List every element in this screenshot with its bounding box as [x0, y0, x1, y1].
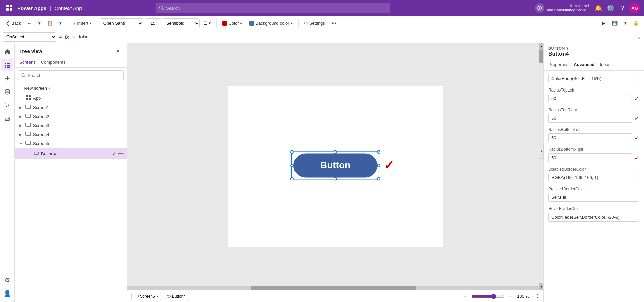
more-button[interactable]: •••	[329, 18, 339, 29]
svg-rect-17	[26, 98, 28, 100]
settings-icon[interactable]: ⚙️	[605, 3, 616, 13]
tree-panel-close-btn[interactable]: ✕	[113, 46, 122, 56]
new-screen-btn[interactable]: + New screen ▾	[15, 83, 127, 93]
tree-item-screen4[interactable]: ▶ Screen4	[15, 130, 127, 139]
tab-properties[interactable]: Properties	[548, 59, 568, 70]
svg-rect-23	[26, 141, 31, 144]
save-icon[interactable]: 💾	[609, 18, 620, 29]
settings-sidebar-icon[interactable]: ⚙	[1, 274, 13, 286]
property-select[interactable]: OnSelect	[3, 32, 56, 42]
prop-radius-bottom-right: RadiusBottomRight ✓	[548, 147, 639, 162]
tab-advanced[interactable]: Advanced	[574, 59, 594, 70]
zoom-in-btn[interactable]: +	[507, 292, 515, 300]
disabled-bc-input[interactable]	[548, 173, 639, 182]
formula-input[interactable]	[79, 34, 634, 39]
screen4-expand-icon: ▶	[19, 133, 24, 136]
svg-rect-7	[7, 63, 10, 64]
radius-tr-input[interactable]	[548, 114, 632, 123]
apps-grid-icon[interactable]	[4, 3, 15, 13]
canvas-button-wrapper: Button ✓	[293, 153, 377, 177]
radius-br-input[interactable]	[548, 153, 632, 162]
tree-item-screen1[interactable]: ▶ Screen1	[15, 103, 127, 112]
screen3-expand-icon: ▶	[19, 124, 24, 127]
prop-radius-top-left: RadiusTopLeft ✓	[548, 88, 639, 103]
insert-icon[interactable]	[1, 72, 13, 84]
radius-tl-input[interactable]	[548, 94, 632, 103]
hover-fill-input[interactable]	[548, 74, 639, 83]
font-size-input[interactable]	[145, 18, 161, 28]
settings-button[interactable]: ⚙ Settings	[301, 18, 328, 29]
radius-bl-input[interactable]	[548, 133, 632, 142]
zoom-slider[interactable]	[471, 294, 505, 299]
variables-icon[interactable]	[1, 99, 13, 111]
pressed-bc-input[interactable]	[548, 193, 639, 202]
publish-icon[interactable]: 🔒	[631, 18, 641, 29]
handle-mr[interactable]	[377, 164, 380, 167]
tree-search-box[interactable]	[18, 70, 124, 80]
props-help-icon[interactable]: ?	[566, 46, 569, 50]
home-icon[interactable]	[1, 46, 13, 58]
tab-ideas[interactable]: Ideas	[600, 59, 610, 70]
canvas-scrollbar-v[interactable]: ▲ ▼	[539, 43, 543, 290]
zoom-controls: − + 180 % ⛶	[461, 292, 539, 300]
svg-rect-24	[34, 152, 39, 155]
handle-tl[interactable]	[290, 150, 294, 154]
media-icon[interactable]	[1, 113, 13, 125]
search-box[interactable]	[156, 3, 390, 13]
prop-hover-fill	[548, 74, 639, 83]
preview-icon[interactable]: ▶	[599, 18, 608, 29]
tree-item-screen2[interactable]: ▶ Screen2	[15, 112, 127, 121]
data-icon[interactable]	[1, 86, 13, 98]
user-icon[interactable]: 👤	[1, 287, 13, 299]
font-weight-select[interactable]: Semibold	[163, 18, 200, 28]
search-input[interactable]	[166, 6, 387, 11]
treeview-icon[interactable]	[1, 59, 13, 71]
handle-tr[interactable]	[377, 150, 380, 154]
button4-more-icon[interactable]: •••	[118, 150, 124, 157]
align-button[interactable]: ☰ ▾	[201, 18, 214, 29]
svg-rect-0	[6, 5, 9, 7]
save-dropdown[interactable]: ▾	[622, 18, 629, 29]
canvas-button4[interactable]: Button	[293, 153, 377, 177]
paste-dropdown[interactable]: ▾	[57, 18, 64, 29]
current-screen-label: Screen5	[140, 294, 155, 299]
handle-bc[interactable]	[334, 177, 337, 180]
canvas-inner: Button ✓	[127, 43, 543, 290]
insert-button[interactable]: + Insert ▾	[70, 18, 94, 29]
tree-search-input[interactable]	[28, 73, 121, 78]
handle-bl[interactable]	[290, 177, 294, 180]
screen2-label: Screen2	[33, 114, 124, 119]
notification-icon[interactable]: 🔔	[593, 3, 604, 13]
radius-tl-label: RadiusTopLeft	[548, 88, 639, 93]
fullscreen-btn[interactable]: ⛶	[531, 292, 539, 300]
color-button[interactable]: Color ▾	[219, 18, 245, 28]
tree-item-screen3[interactable]: ▶ Screen3	[15, 121, 127, 130]
tree-item-button4[interactable]: Button4 ✓ •••	[15, 148, 127, 159]
copy-button[interactable]: 📋	[45, 18, 55, 29]
tab-components[interactable]: Components	[41, 58, 66, 67]
svg-point-12	[5, 89, 9, 91]
back-button[interactable]: Back	[3, 18, 24, 29]
help-icon[interactable]: ?	[617, 3, 628, 13]
props-panel-collapse-btn[interactable]: ›	[543, 144, 544, 159]
tree-item-app[interactable]: App	[15, 93, 127, 103]
formula-expand-btn[interactable]: ⌄	[637, 34, 641, 40]
radius-br-row: ✓	[548, 153, 639, 162]
undo-dropdown[interactable]: ▾	[36, 18, 43, 29]
hover-bc-input[interactable]	[548, 213, 639, 222]
handle-br[interactable]	[377, 177, 380, 180]
formula-equals: =	[59, 34, 62, 40]
tab-screens[interactable]: Screens	[19, 58, 36, 67]
undo-button[interactable]: ↩	[25, 18, 34, 29]
font-family-select[interactable]: Open Sans	[100, 18, 143, 28]
avatar[interactable]: AG	[629, 3, 640, 13]
canvas-scrollbar-h[interactable]	[127, 286, 539, 290]
tree-item-screen5[interactable]: ▼ Screen5	[15, 139, 127, 148]
radius-br-label: RadiusBottomRight	[548, 147, 639, 152]
svg-rect-21	[26, 123, 31, 126]
bg-color-button[interactable]: Background color ▾	[246, 18, 295, 28]
element-selector[interactable]: Button4	[164, 293, 189, 300]
zoom-out-btn[interactable]: −	[461, 292, 469, 300]
env-icon	[535, 3, 544, 13]
screen-selector[interactable]: Screen5 ▾	[131, 293, 161, 300]
